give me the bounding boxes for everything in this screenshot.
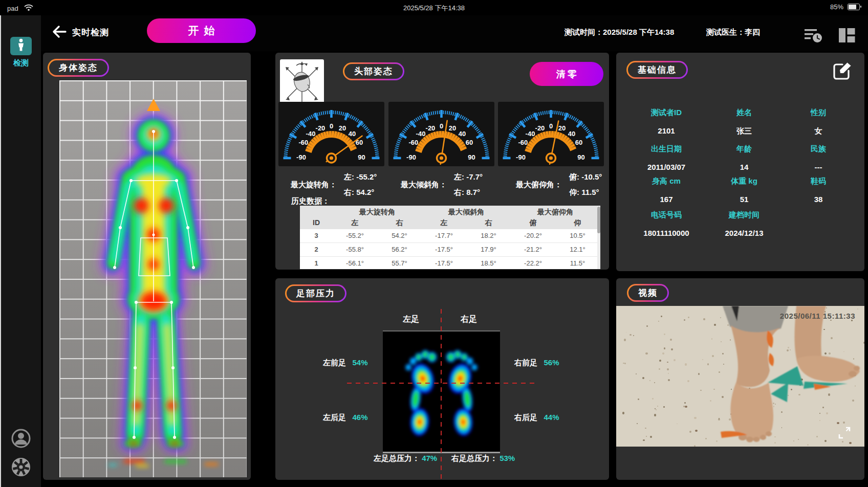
head-posture-title-pill: 头部姿态 [343,62,404,80]
right-foot-label: 右足 [453,314,484,325]
svg-text:-40: -40 [306,130,316,138]
info-field-9: 鞋码38 [781,176,856,204]
basic-info-panel: 基础信息 测试者ID2101姓名张三性别女出生日期2011/03/07年龄14民… [616,53,864,271]
foot-pressure-title-pill: 足部压力 [285,284,346,302]
svg-text:90: 90 [577,153,584,161]
video-title: 视频 [628,285,667,300]
direction-arrow [147,99,160,111]
right-rearfoot-stat: 右后足 44% [514,413,559,423]
sidebar-item-detect[interactable] [10,37,32,55]
info-field-1: 测试者ID2101 [629,108,704,135]
svg-text:-60: -60 [409,139,419,146]
svg-text:60: 60 [575,139,582,146]
history-table: 最大旋转角 最大倾斜角 最大俯仰角 ID 左 右 左 右 俯 仰 3 -55.2 [300,206,600,269]
settings-gear-button[interactable] [10,456,32,478]
table-scrollbar[interactable] [597,206,600,269]
fullscreen-icon[interactable] [838,426,851,439]
info-field-2: 姓名张三 [707,108,782,136]
svg-text:90: 90 [358,153,365,161]
body-posture-panel: 身体姿态 [43,53,251,480]
test-doctor: 测试医生：李四 [706,28,760,37]
left-rearfoot-stat: 左后足 46% [323,413,368,423]
video-panel: 视频 [616,278,864,480]
svg-text:-60: -60 [299,139,309,146]
basic-info-title: 基础信息 [628,62,686,77]
svg-text:-90: -90 [516,153,526,161]
battery-percent: 85% [830,3,843,11]
video-title-pill: 视频 [627,284,669,302]
battery-icon [848,4,860,10]
svg-text:-20: -20 [426,124,436,132]
info-field-10: 电话号码18011110000 [629,210,704,237]
body-thermal-image [59,80,247,477]
info-field-5: 年龄14 [707,144,782,171]
svg-text:-40: -40 [526,130,535,138]
history-data-label: 历史数据： [291,196,330,206]
info-field-6: 民族--- [781,144,856,171]
right-total-stat: 右足总压力： 53% [451,454,515,463]
info-field-7: 身高 cm167 [629,176,704,204]
app-screen: pad 2025/5/28 下午14:38 85% 实时检测 开始 测试时间：2… [0,0,868,487]
sidebar-item-detect-label: 检测 [1,58,41,68]
table-group-tilt: 最大倾斜角 [422,206,511,217]
sidebar: 检测 [1,15,41,487]
svg-text:20: 20 [339,124,346,132]
body-posture-title: 身体姿态 [49,60,107,75]
svg-text:90: 90 [468,153,475,161]
right-forefoot-stat: 右前足 56% [514,358,559,368]
status-bar: pad 2025/5/28 下午14:38 85% [0,0,868,15]
svg-text:-90: -90 [406,153,416,161]
svg-text:40: 40 [568,130,575,138]
max-rotation-stat: 最大旋转角： 左: -55.2° 右: 54.2° [291,169,377,200]
crosshair-vertical [441,309,442,481]
max-pitch-stat: 最大俯仰角： 俯: -10.5° 仰: 11.5° [516,169,602,200]
svg-text:40: 40 [459,130,466,138]
user-profile-button[interactable] [10,428,32,449]
body-posture-title-pill: 身体姿态 [48,59,109,77]
svg-text:0: 0 [549,122,553,130]
gauge-rotation: -90-60-40-20020406090 [278,102,384,166]
svg-text:40: 40 [349,130,356,138]
video-timestamp: 2025/06/11 15:11:33 [780,312,855,320]
edit-info-button[interactable] [832,59,853,82]
info-field-11: 建档时间2024/12/13 [707,210,782,237]
info-field-8: 体重 kg51 [707,176,782,204]
history-records-icon[interactable] [804,27,823,44]
left-total-stat: 左足总压力： 47% [374,454,437,463]
info-field-4: 出生日期2011/03/07 [629,144,704,171]
foot-pressure-panel: 足部压力 左足 右足 左前足 54% 右前足 56% 左后足 46% 右后足 4… [275,278,609,480]
svg-text:-40: -40 [416,130,426,138]
info-field-3: 性别女 [781,108,856,136]
table-group-pitch: 最大俯仰角 [511,206,600,217]
start-button[interactable]: 开始 [147,18,256,43]
svg-text:-90: -90 [296,153,306,161]
back-button[interactable] [50,23,68,41]
table-row: 3 -55.2° 54.2° -17.7° 18.2° -20.2° 10.5° [300,229,600,243]
svg-text:20: 20 [449,124,456,132]
gauge-tilt: -90-60-40-20020406090 [388,102,494,166]
svg-text:-20: -20 [535,124,545,132]
table-row: 1 -56.1° 55.7° -17.5° 18.5° -22.2° 11.5° [300,257,600,269]
layout-grid-icon[interactable] [837,27,857,44]
table-group-rotation: 最大旋转角 [333,206,422,217]
foot-pressure-title: 足部压力 [287,286,345,301]
table-row: 2 -55.8° 56.2° -17.5° 17.9° -21.2° 12.1° [300,243,600,257]
basic-info-title-pill: 基础信息 [626,61,688,79]
status-datetime: 2025/5/28 下午14:38 [0,4,868,13]
clear-button[interactable]: 清零 [530,62,603,86]
person-icon [16,38,26,54]
test-time: 测试时间：2025/5/28 下午14:38 [565,28,674,37]
svg-text:20: 20 [558,124,566,132]
video-frame: 2025/06/11 15:11:33 [616,306,864,447]
header: 实时检测 开始 测试时间：2025/5/28 下午14:38 测试医生：李四 [0,15,868,51]
gauge-pitch: -90-60-40-20020406090 [498,102,604,166]
max-tilt-stat: 最大倾斜角： 左: -7.7° 右: 8.7° [401,169,483,200]
crosshair-horizontal [347,383,537,384]
svg-text:-20: -20 [316,124,326,132]
head-axes-diagram [280,59,324,106]
left-foot-label: 左足 [396,314,426,325]
svg-text:60: 60 [466,139,473,146]
head-posture-panel: 头部姿态 清零 -90-60-40-20020406090 -90-60-40-… [275,53,609,270]
left-forefoot-stat: 左前足 54% [323,358,368,368]
svg-text:0: 0 [440,122,443,130]
